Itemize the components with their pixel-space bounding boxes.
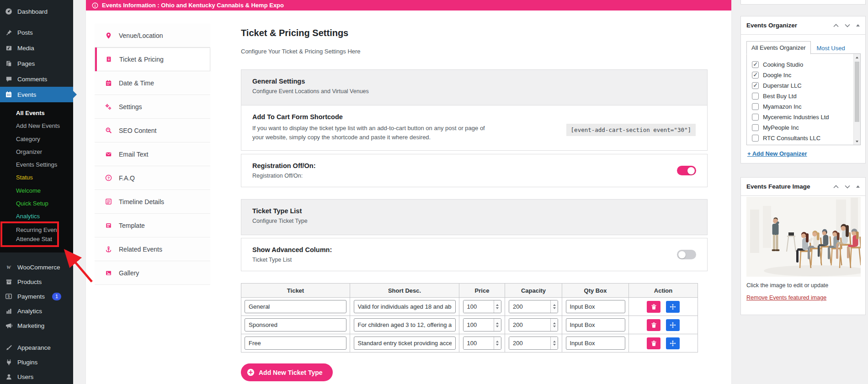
- sidebar-item-appearance[interactable]: Appearance: [0, 340, 73, 355]
- sidebar-item-payments[interactable]: $ Payments 1: [0, 289, 73, 304]
- registration-toggle[interactable]: [677, 166, 696, 175]
- sidebar-item-label: Payments: [17, 293, 45, 300]
- tab-gallery[interactable]: Gallery: [95, 261, 210, 285]
- delete-ticket-button[interactable]: [647, 319, 660, 331]
- organizer-label: Doogle Inc: [763, 72, 791, 79]
- move-ticket-button[interactable]: [666, 337, 680, 349]
- sidebar-item-wc-analytics[interactable]: Analytics: [0, 304, 73, 318]
- sidebar-item-events[interactable]: Events: [0, 87, 73, 102]
- sidebar-item-media[interactable]: Media: [0, 40, 73, 56]
- tab-date-time[interactable]: Date & Time: [95, 71, 210, 95]
- move-ticket-button[interactable]: [666, 319, 680, 331]
- banner-title: Events Information : Ohio and Kentucky C…: [102, 2, 284, 9]
- submenu-item-category[interactable]: Category: [0, 133, 73, 146]
- submenu-item-status[interactable]: Status: [0, 171, 73, 184]
- organizer-checkbox[interactable]: [752, 72, 759, 79]
- capacity-input[interactable]: [509, 300, 550, 313]
- submenu-item-organizer[interactable]: Organizer: [0, 146, 73, 158]
- sidebar-item-pages[interactable]: Pages: [0, 56, 73, 71]
- ticket-name-input[interactable]: [245, 318, 346, 331]
- scrollbar-thumb[interactable]: [855, 62, 859, 122]
- featured-image[interactable]: [746, 197, 861, 277]
- collapse-panel-icon[interactable]: [856, 185, 860, 188]
- feature-panel-title: Events Feature Image: [746, 183, 833, 190]
- sidebar-item-woocommerce[interactable]: W WooCommerce: [0, 260, 73, 274]
- number-spinner[interactable]: [550, 337, 558, 349]
- tab-settings[interactable]: Settings: [95, 95, 210, 119]
- move-up-icon[interactable]: [833, 24, 839, 27]
- price-input[interactable]: [463, 319, 494, 331]
- sidebar-item-posts[interactable]: Posts: [0, 25, 73, 40]
- move-down-icon[interactable]: [845, 185, 850, 189]
- organizer-checkbox[interactable]: [752, 103, 759, 110]
- submenu-item-analytics[interactable]: Analytics: [0, 210, 73, 223]
- submenu-item-recurring-event-attendee-stat[interactable]: Recurring Event Attendee Stat: [0, 223, 73, 246]
- price-input[interactable]: [463, 300, 494, 313]
- remove-featured-image-link[interactable]: Remove Events featured image: [746, 295, 826, 301]
- sidebar-item-products[interactable]: Products: [0, 274, 73, 289]
- page-subtitle: Configure Your Ticket & Pricing Settings…: [241, 48, 361, 55]
- organizer-checkbox[interactable]: [752, 82, 759, 89]
- number-spinner[interactable]: [494, 300, 501, 313]
- collapse-panel-icon[interactable]: [856, 24, 860, 26]
- add-new-ticket-type-button[interactable]: Add New Ticket Type: [241, 363, 333, 381]
- sidebar-item-comments[interactable]: Comments: [0, 71, 73, 87]
- delete-ticket-button[interactable]: [647, 337, 660, 349]
- move-down-icon[interactable]: [845, 24, 850, 27]
- tab-timeline-details[interactable]: Timeline Details: [95, 190, 210, 214]
- sidebar-item-plugins[interactable]: Plugins: [0, 355, 73, 369]
- organizer-checkbox[interactable]: [752, 61, 759, 68]
- sidebar-item-dashboard[interactable]: Dashboard: [0, 4, 73, 19]
- organizer-checkbox[interactable]: [752, 124, 759, 131]
- tab-venue-location[interactable]: Venue/Location: [95, 24, 210, 47]
- add-new-organizer-link[interactable]: + Add New Organizer: [747, 150, 807, 157]
- submenu-item-events-settings[interactable]: Events Settings: [0, 158, 73, 171]
- short-desc-input[interactable]: [354, 337, 456, 350]
- tab-most-used[interactable]: Most Used: [811, 42, 851, 54]
- number-spinner[interactable]: [494, 319, 501, 331]
- tab-ticket-pricing[interactable]: Ticket & Pricing: [95, 47, 210, 71]
- submenu-item-welcome[interactable]: Welcome: [0, 184, 73, 197]
- tab-template[interactable]: Template: [95, 214, 210, 237]
- price-input[interactable]: [463, 337, 494, 349]
- events-information-banner: Events Information : Ohio and Kentucky C…: [86, 0, 731, 11]
- number-spinner[interactable]: [550, 319, 558, 331]
- tab-email-text[interactable]: Email Text: [95, 142, 210, 166]
- submenu-item-quick-setup[interactable]: Quick Setup: [0, 197, 73, 210]
- sidebar-item-label: Appearance: [17, 344, 51, 351]
- show-advanced-toggle[interactable]: [677, 250, 696, 259]
- qty-box-input[interactable]: [566, 337, 625, 350]
- number-spinner[interactable]: [494, 337, 501, 349]
- section-title: General Settings: [252, 78, 696, 85]
- qty-box-input[interactable]: [566, 300, 625, 313]
- capacity-input[interactable]: [509, 337, 550, 349]
- tab-label: F.A.Q: [119, 174, 135, 182]
- sidebar-item-marketing[interactable]: Marketing: [0, 318, 73, 333]
- tab-all-events-organizer[interactable]: All Events Organizer: [746, 41, 811, 54]
- organizer-checkbox[interactable]: [752, 114, 759, 121]
- organizer-checkbox[interactable]: [752, 135, 759, 142]
- short-desc-input[interactable]: [354, 318, 456, 331]
- delete-ticket-button[interactable]: [647, 301, 660, 313]
- shortcode-value[interactable]: [event-add-cart-section event="30"]: [566, 124, 696, 136]
- megaphone-icon: [4, 321, 13, 330]
- sidebar-item-users[interactable]: Users: [0, 369, 73, 384]
- ticket-name-input[interactable]: [245, 300, 346, 313]
- ticket-name-input[interactable]: [245, 337, 346, 350]
- scroll-down-icon[interactable]: [854, 138, 860, 145]
- tab-related-events[interactable]: Related Events: [95, 237, 210, 261]
- short-desc-input[interactable]: [354, 300, 456, 313]
- number-spinner[interactable]: [550, 300, 558, 313]
- submenu-item-add-new-events[interactable]: Add New Events: [0, 120, 73, 132]
- scroll-up-icon[interactable]: [854, 54, 860, 61]
- qty-box-input[interactable]: [566, 318, 625, 331]
- capacity-input[interactable]: [509, 319, 550, 331]
- organizer-checkbox[interactable]: [752, 93, 759, 100]
- organizer-list-scrollbar[interactable]: [853, 54, 860, 145]
- tab-label: Ticket & Pricing: [119, 56, 164, 63]
- tab-seo-content[interactable]: SEO Content: [95, 119, 210, 142]
- move-up-icon[interactable]: [833, 185, 839, 189]
- submenu-item-all-events[interactable]: All Events: [0, 107, 73, 120]
- move-ticket-button[interactable]: [666, 301, 680, 313]
- tab-faq[interactable]: ? F.A.Q: [95, 166, 210, 190]
